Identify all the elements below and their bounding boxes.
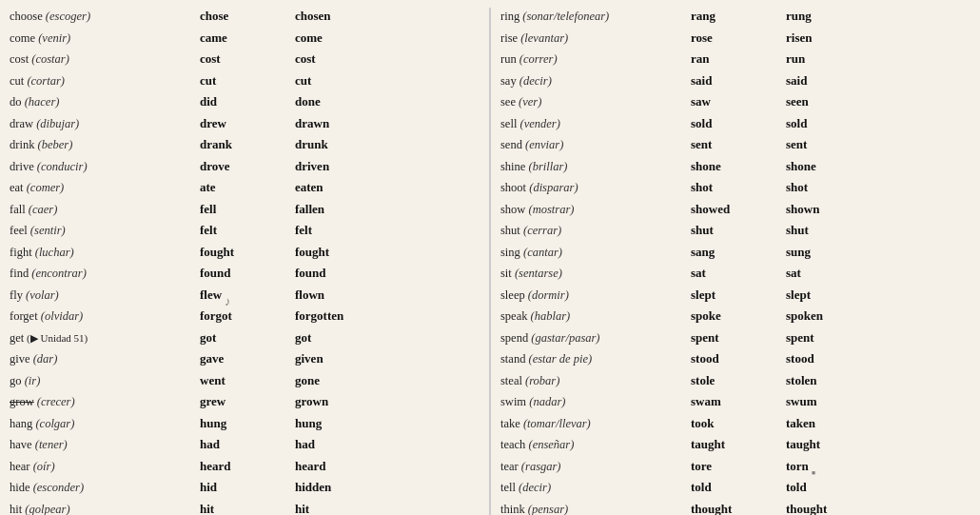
spanish-translation: (crecer)	[34, 395, 75, 408]
spanish-translation: (cortar)	[24, 74, 65, 88]
past-participle: shone	[786, 156, 970, 177]
spanish-translation: (costar)	[29, 52, 69, 66]
table-row: tear (rasgar)toretorn▪	[499, 456, 972, 478]
base-form: give (dar)	[10, 349, 200, 370]
base-form: eat (comer)	[10, 178, 200, 199]
past-simple: shut	[691, 220, 786, 241]
spanish-translation: (venir)	[35, 31, 70, 45]
past-simple: sang	[691, 242, 786, 263]
base-form: say (decir)	[500, 71, 691, 92]
table-row: teach (enseñar)taughttaught	[499, 434, 972, 456]
past-simple: stood	[691, 348, 786, 369]
past-simple: fought	[200, 242, 295, 263]
table-row: hide (esconder)hidhidden	[8, 477, 481, 499]
past-simple: tore	[691, 456, 786, 477]
past-participle: flown	[295, 285, 480, 306]
table-row: draw (dibujar)drewdrawn	[8, 113, 481, 135]
past-simple: showed	[691, 199, 786, 220]
table-row: sleep (dormir)sleptslept	[499, 285, 972, 307]
spanish-translation: (levantar)	[518, 31, 568, 45]
base-form: spend (gastar/pasar)	[500, 328, 691, 349]
past-participle: chosen	[295, 6, 480, 27]
right-column: ring (sonar/telefonear)rangrungrise (lev…	[491, 4, 980, 515]
spanish-translation: (oír)	[30, 460, 55, 473]
base-form: come (venir)	[10, 29, 200, 50]
past-simple: cut	[200, 70, 295, 91]
past-simple: got	[200, 327, 295, 348]
base-form: hit (golpear)	[10, 500, 200, 516]
past-participle: done	[295, 91, 480, 112]
base-form: cost (costar)	[10, 50, 200, 70]
past-simple: rose	[691, 28, 786, 49]
past-simple: found	[200, 263, 295, 284]
page: choose (escoger)chosechosencome (venir)c…	[0, 0, 980, 515]
past-participle: sold	[786, 113, 970, 134]
base-form: forget (olvidar)	[10, 307, 200, 327]
base-form: feel (sentir)	[10, 221, 200, 242]
note-icon: ▪	[812, 463, 821, 472]
audio-icon: ♪	[225, 291, 234, 301]
past-simple: hung	[200, 413, 295, 434]
past-simple: grew	[200, 391, 295, 412]
table-row: feel (sentir)feltfelt	[8, 220, 481, 242]
spanish-translation: (cantar)	[520, 246, 562, 259]
base-form: take (tomar/llevar)	[500, 414, 691, 435]
base-form: do (hacer)	[10, 92, 200, 113]
table-row: fight (luchar)foughtfought	[8, 242, 481, 264]
base-form: hang (colgar)	[10, 414, 200, 435]
past-simple: flew♪	[200, 285, 295, 306]
table-row: sing (cantar)sangsung	[499, 242, 972, 264]
spanish-translation: (ver)	[516, 95, 541, 109]
table-row: grow (crecer)grewgrown	[8, 391, 481, 413]
table-row: swim (nadar)swamswum	[499, 391, 972, 413]
spanish-translation: (esconder)	[30, 481, 85, 494]
past-participle: fallen	[295, 199, 480, 220]
past-participle: spent	[786, 327, 970, 348]
base-form: fall (caer)	[10, 200, 200, 221]
past-participle: cut	[295, 70, 480, 91]
table-row: cost (costar)costcost	[8, 49, 481, 70]
past-participle: come	[295, 28, 480, 49]
past-simple: forgot	[200, 306, 295, 327]
past-participle: torn▪	[786, 456, 970, 477]
past-participle: slept	[786, 285, 970, 306]
base-form: hear (oír)	[10, 457, 200, 478]
spanish-translation: (colgar)	[32, 417, 74, 430]
spanish-translation: (dormir)	[525, 288, 569, 302]
base-form: stand (estar de pie)	[500, 349, 691, 370]
spanish-translation: (comer)	[24, 181, 65, 194]
table-row: shine (brillar)shoneshone	[499, 156, 972, 178]
past-simple: heard	[200, 456, 295, 477]
spanish-translation: (gastar/pasar)	[528, 331, 599, 345]
table-row: eat (comer)ateeaten	[8, 177, 481, 199]
spanish-translation: (estar de pie)	[525, 352, 592, 366]
spanish-translation: (tomar/llevar)	[520, 417, 591, 430]
base-form: swim (nadar)	[500, 392, 691, 413]
base-form: sit (sentarse)	[500, 264, 691, 285]
table-row: sit (sentarse)satsat	[499, 263, 972, 285]
base-form: run (correr)	[500, 50, 691, 70]
past-participle: spoken	[786, 306, 970, 327]
table-row: hear (oír)heardheard	[8, 456, 481, 478]
past-simple: ran	[691, 49, 786, 69]
past-simple: took	[691, 413, 786, 434]
past-simple: stole	[691, 370, 786, 391]
table-row: find (encontrar)foundfound	[8, 263, 481, 285]
table-row: rise (levantar)roserisen	[499, 28, 972, 50]
base-form: see (ver)	[500, 92, 691, 113]
spanish-translation: (sonar/telefonear)	[519, 10, 609, 23]
past-participle: heard	[295, 456, 480, 477]
spanish-translation: (ir)	[22, 374, 41, 387]
spanish-translation: (decir)	[517, 74, 552, 88]
past-simple: thought	[691, 499, 786, 516]
table-row: come (venir)camecome	[8, 28, 481, 50]
table-row: steal (robar)stolestolen	[499, 370, 972, 392]
table-row: spend (gastar/pasar)spentspent	[499, 327, 972, 349]
base-form: fly (volar)	[10, 286, 200, 307]
past-participle: felt	[295, 220, 480, 241]
base-form: send (enviar)	[500, 135, 691, 156]
base-form: ring (sonar/telefonear)	[500, 7, 691, 28]
table-row: show (mostrar)showedshown	[499, 199, 972, 221]
past-simple: sat	[691, 263, 786, 284]
past-simple: hit	[200, 499, 295, 516]
